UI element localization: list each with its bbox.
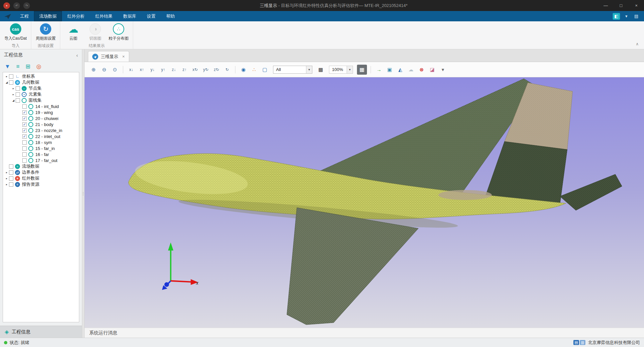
maximize-button[interactable]: □ xyxy=(613,0,629,11)
import-cas-dat-button[interactable]: cas 导入Cas/Dat xyxy=(3,23,28,42)
panel-collapse-button[interactable]: ‹ xyxy=(76,52,78,58)
tree-item[interactable]: 16 - far xyxy=(3,151,79,157)
slice-plane-button[interactable]: ◑ 切面图 xyxy=(85,23,106,42)
tree-item[interactable]: ▸ • 元素集 xyxy=(3,91,79,97)
tree-item[interactable]: ▸ ≡ 报告资源 xyxy=(3,181,79,187)
tree-item[interactable]: ▸ ∟ 坐标系 xyxy=(3,73,79,79)
tree-checkbox[interactable] xyxy=(22,110,27,115)
project-info-dock-tab[interactable]: ◈ 工程信息 xyxy=(0,326,82,338)
tree-item[interactable]: ◢ 面线集 xyxy=(3,97,79,103)
app-button-icon[interactable]: ● xyxy=(3,2,10,9)
viewport-canvas[interactable]: x xyxy=(85,77,644,328)
mesh-display-icon[interactable]: ▩ xyxy=(316,65,326,75)
ribbon-collapse-button[interactable]: ∧ xyxy=(636,42,639,46)
tree-item[interactable]: ≈ 流场数据 xyxy=(3,163,79,169)
probe-point-icon[interactable]: ◉ xyxy=(238,65,248,75)
tree-expander-icon[interactable]: ▸ xyxy=(4,75,9,78)
tree-item[interactable]: ▸ – 节点集 xyxy=(3,85,79,91)
box-select-icon[interactable]: ▢ xyxy=(260,65,270,75)
tab-3d-view[interactable]: ▶ 三维显示 × xyxy=(88,51,129,62)
save-dropdown-caret[interactable]: ▾ xyxy=(438,65,448,75)
tree-checkbox[interactable] xyxy=(22,104,27,109)
tree-expander-icon[interactable]: ▸ xyxy=(11,93,16,96)
grid-view-icon[interactable]: ⊞ xyxy=(26,64,30,69)
filter-icon[interactable]: ▼ xyxy=(5,64,10,69)
tree-expander-icon[interactable]: ▸ xyxy=(4,177,9,180)
tree-checkbox[interactable] xyxy=(22,134,27,139)
zoom-in-icon[interactable]: ⊕ xyxy=(89,65,99,75)
view-y-neg-icon[interactable]: y↓ xyxy=(148,65,158,75)
minimize-button[interactable]: — xyxy=(598,0,613,11)
tree-expander-icon[interactable]: ◢ xyxy=(4,81,9,84)
close-button[interactable]: × xyxy=(629,0,644,11)
theme-button[interactable]: ◧ xyxy=(613,13,620,20)
quick-undo-icon[interactable]: ↶ xyxy=(13,2,20,9)
tree-item[interactable]: 20 - chuiwei xyxy=(3,115,79,121)
tree-checkbox[interactable] xyxy=(22,146,27,151)
window-layout-icon[interactable]: ▤ xyxy=(633,13,640,20)
list-view-icon[interactable]: ≡ xyxy=(16,64,20,69)
tree-item[interactable]: 18 - sym xyxy=(3,139,79,145)
cloud-display-icon[interactable]: ☁ xyxy=(406,65,416,75)
tree-expander-icon[interactable]: ▸ xyxy=(4,171,9,174)
zoom-fit-icon[interactable]: ⊙ xyxy=(110,65,120,75)
tree-checkbox[interactable] xyxy=(22,140,27,145)
tree-checkbox[interactable] xyxy=(22,122,27,127)
tree-checkbox[interactable] xyxy=(22,128,27,133)
locate-icon[interactable]: ◎ xyxy=(36,64,41,69)
node-select-icon[interactable]: ∴ xyxy=(249,65,259,75)
menu-tab-project[interactable]: 工程 xyxy=(15,11,34,21)
tree-item[interactable]: 14 - int_fluid xyxy=(3,103,79,109)
panel-layout-icon[interactable]: ▤ xyxy=(573,340,579,345)
zoom-level-combo[interactable]: 100% ▾ xyxy=(329,66,353,74)
theme-caret-icon[interactable]: ▾ xyxy=(623,13,630,20)
tree-checkbox[interactable] xyxy=(9,74,13,79)
tree-checkbox[interactable] xyxy=(16,92,20,97)
view-y-pos-icon[interactable]: y↑ xyxy=(158,65,168,75)
snapshot-icon[interactable]: ▣ xyxy=(385,65,395,75)
tree-checkbox[interactable] xyxy=(9,164,13,169)
view-x-neg-icon[interactable]: x↓ xyxy=(126,65,136,75)
rotate-y-icon[interactable]: y↻ xyxy=(201,65,211,75)
tree-expander-icon[interactable]: ▸ xyxy=(11,87,16,90)
menu-tab-ir-analysis[interactable]: 红外分析 xyxy=(62,11,90,21)
tree-item[interactable]: 19 - wing xyxy=(3,109,79,115)
tree-checkbox[interactable] xyxy=(9,170,13,175)
tree-expander-icon[interactable]: ◢ xyxy=(11,99,16,102)
section-save-icon[interactable]: ◪ xyxy=(427,65,437,75)
tab-close-button[interactable]: × xyxy=(122,54,125,59)
tree-checkbox[interactable] xyxy=(16,86,20,91)
tree-checkbox[interactable] xyxy=(22,116,27,121)
rotate-z-icon[interactable]: z↻ xyxy=(211,65,221,75)
tree-item[interactable]: 21 - body xyxy=(3,121,79,127)
tree-checkbox[interactable] xyxy=(9,182,13,187)
view-z-neg-icon[interactable]: z↓ xyxy=(169,65,179,75)
periodic-face-button[interactable]: ↻ 周期面设置 xyxy=(34,23,57,42)
grid-toggle-button[interactable]: ▦ xyxy=(357,65,367,75)
panel-splitter[interactable]: ⋮ xyxy=(82,49,85,338)
tree-checkbox[interactable] xyxy=(22,152,27,157)
combo-caret-icon[interactable]: ▾ xyxy=(306,66,312,73)
combo-caret-icon[interactable]: ▾ xyxy=(347,66,353,73)
tree-item[interactable]: ▸ ⇄ 边界条件 xyxy=(3,169,79,175)
contour-map-button[interactable]: ☁ 云图 xyxy=(63,23,84,42)
view-z-pos-icon[interactable]: z↑ xyxy=(179,65,189,75)
tree-expander-icon[interactable]: ▸ xyxy=(4,183,9,186)
clear-results-icon[interactable]: ⊗ xyxy=(417,65,427,75)
window-split-icon[interactable]: ▥ xyxy=(580,340,585,345)
tree-checkbox[interactable] xyxy=(9,176,13,181)
tree-checkbox[interactable] xyxy=(9,80,13,85)
zoom-out-icon[interactable]: ⊖ xyxy=(99,65,109,75)
export-view-icon[interactable]: → xyxy=(374,65,384,75)
quick-redo-icon[interactable]: ↷ xyxy=(23,2,30,9)
tree-checkbox[interactable] xyxy=(22,158,27,163)
tree-item[interactable]: 15 - far_in xyxy=(3,145,79,151)
menu-tab-ir-results[interactable]: 红外结果 xyxy=(90,11,118,21)
tree-item[interactable]: 23 - nozzle_in xyxy=(3,127,79,133)
tree-item[interactable]: ◢ ⊕ 几何数据 xyxy=(3,79,79,85)
particle-distribution-button[interactable]: ∴ 粒子分布图 xyxy=(107,23,130,42)
tree-checkbox[interactable] xyxy=(16,98,20,103)
view-iso-icon[interactable]: ↻ xyxy=(222,65,232,75)
menu-tab-database[interactable]: 数据库 xyxy=(118,11,142,21)
tree-item[interactable]: ▸ ☀ 红外数据 xyxy=(3,175,79,181)
